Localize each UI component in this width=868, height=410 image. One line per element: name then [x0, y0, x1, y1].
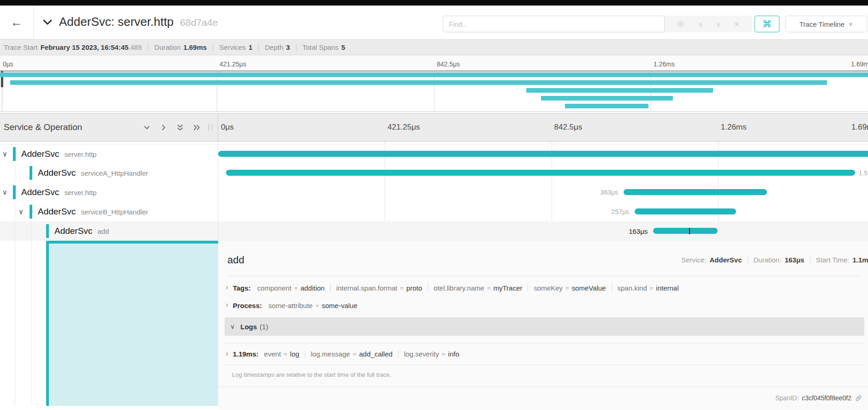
summary-value: AdderSvc	[709, 256, 742, 264]
summary-label: Service:	[681, 256, 706, 264]
divider	[748, 256, 748, 264]
span-name-cell[interactable]: AdderSvcserviceA_HttpHandler	[0, 163, 218, 183]
logs-label: Logs	[240, 323, 257, 331]
span-bar-cell[interactable]	[218, 144, 868, 164]
tag-key: component	[257, 284, 291, 292]
span-name-cell[interactable]: ∨AdderSvcserver.http	[0, 183, 218, 202]
span-bar-cell[interactable]: 363μs	[218, 183, 868, 202]
process-row[interactable]: ›Process:some-attribute=some-value	[225, 298, 357, 312]
tag-key: log.severity	[404, 350, 439, 358]
span-detail-section: add Service:AdderSvcDuration:163μsStart …	[0, 241, 868, 410]
span-duration-bar[interactable]	[624, 189, 767, 195]
indent-guide	[15, 221, 15, 241]
span-name: AdderSvcserviceA_HttpHandler	[38, 163, 148, 183]
trace-collapse-toggle[interactable]	[42, 18, 54, 27]
meta-label: Trace Start	[4, 43, 38, 51]
kv-section-label: Process:	[233, 302, 262, 309]
service-name: AdderSvc	[38, 168, 76, 178]
column-resizer-handle[interactable]	[208, 124, 212, 131]
span-name-cell[interactable]: ∨AdderSvcserviceB_HttpHandler	[0, 202, 218, 221]
find-input[interactable]	[443, 16, 665, 32]
logs-accordion-header[interactable]: ∨ Logs (1)	[225, 317, 864, 336]
indent-guide	[15, 202, 15, 221]
span-name-cell[interactable]: ∨AdderSvcserver.http	[0, 144, 218, 164]
span-row[interactable]: AdderSvcserviceA_HttpHandler1.5	[0, 163, 868, 183]
meta-label: Total Spans	[303, 43, 339, 51]
span-row[interactable]: ∨AdderSvcserviceB_HttpHandler257μs	[0, 202, 868, 221]
indent-guide	[31, 241, 32, 406]
divider	[330, 284, 331, 291]
prev-match-icon[interactable]: ∧	[698, 21, 703, 28]
tags-row[interactable]: ›Tags:component=additioninternal.span.fo…	[225, 281, 679, 295]
command-icon: ⌘	[762, 18, 772, 30]
span-duration-bar[interactable]	[635, 208, 736, 214]
span-row[interactable]: ∨AdderSvcserver.http363μs	[0, 183, 868, 202]
expand-chevron-icon: ›	[226, 300, 228, 309]
service-name: AdderSvc	[21, 187, 59, 197]
chevron-down-icon: ∨	[230, 323, 235, 330]
span-name-cell[interactable]: AdderSvcadd	[0, 221, 218, 241]
log-event-marker[interactable]	[689, 228, 690, 234]
chevron-down-icon: ∨	[849, 21, 853, 27]
span-detail-title: add	[227, 254, 244, 266]
view-switcher-dropdown[interactable]: Trace Timeline ∨	[785, 16, 867, 32]
tag-value: addition	[300, 284, 325, 292]
span-duration-label: 163μs	[629, 221, 648, 241]
meta-value-suffix: .485	[129, 43, 142, 51]
keyboard-shortcuts-button[interactable]: ⌘	[755, 16, 779, 32]
tag-value: internal	[656, 284, 678, 292]
back-button[interactable]: ←	[0, 6, 34, 39]
equals-sign: =	[400, 285, 404, 291]
span-bar-cell[interactable]: 1.5	[218, 163, 868, 183]
meta-label: Depth	[265, 43, 283, 51]
span-bar-cell[interactable]: 257μs	[218, 202, 868, 221]
span-id-row: SpanID: c3cf045f0f8ee0f2	[775, 392, 862, 404]
log-entry-row[interactable]: ›1.19ms:event=loglog.message=add_calledl…	[225, 343, 864, 365]
next-match-icon[interactable]: ∨	[716, 21, 721, 28]
link-icon[interactable]	[855, 394, 862, 402]
equals-sign: =	[284, 351, 287, 357]
log-timestamp: 1.19ms:	[233, 350, 259, 358]
span-row[interactable]: AdderSvcadd163μs	[0, 221, 868, 241]
expand-one-icon[interactable]	[160, 124, 167, 131]
trace-id: 68d7a4e	[180, 17, 218, 28]
span-duration-bar[interactable]	[218, 151, 868, 157]
expand-all-icon[interactable]	[193, 124, 201, 131]
equals-sign: =	[650, 285, 654, 291]
span-duration-bar[interactable]	[226, 170, 855, 176]
locate-icon[interactable]	[677, 20, 685, 28]
operation-name: add	[97, 227, 109, 235]
chevron-down-icon[interactable]: ∨	[2, 188, 11, 196]
span-summary: Service:AdderSvcDuration:163μsStart Time…	[681, 256, 868, 264]
chevron-down-icon	[42, 19, 53, 25]
timeline-tick-label: 842.5μs	[554, 123, 583, 132]
collapse-one-icon[interactable]	[143, 124, 151, 131]
top-black-bar	[0, 0, 868, 6]
page-header: ← AdderSvc: server.http 68d7a4e ∧ ∨ ✕ ⌘ …	[0, 6, 868, 39]
summary-value: 1.1ms	[852, 256, 868, 264]
clear-search-icon[interactable]: ✕	[734, 21, 740, 28]
timeline-tick-label: 421.25μs	[387, 123, 420, 132]
page-title: AdderSvc: server.http 68d7a4e	[59, 15, 218, 31]
span-rows-list: ∨AdderSvcserver.httpAdderSvcserviceA_Htt…	[0, 144, 868, 241]
span-row[interactable]: ∨AdderSvcserver.http	[0, 144, 868, 163]
equals-sign: =	[315, 302, 319, 309]
log-timestamps-note: Log timestamps are relative to the start…	[232, 371, 391, 378]
span-color-accent	[30, 205, 32, 219]
tag-key: span.kind	[618, 284, 647, 292]
minimap-tick-label: 1.26ms	[654, 60, 675, 68]
span-duration-bar[interactable]	[653, 228, 718, 234]
chevron-down-icon[interactable]: ∨	[18, 208, 27, 216]
collapse-all-icon[interactable]	[176, 124, 184, 131]
minimap-tick-labels: 0μs421.25μs842.5μs1.26ms1.69ms	[0, 60, 868, 69]
span-bar-cell[interactable]: 163μs	[218, 221, 868, 241]
minimap-span-bar	[565, 104, 649, 108]
divider	[305, 351, 305, 358]
trace-minimap: 0μs421.25μs842.5μs1.26ms1.69ms	[0, 55, 868, 113]
divider	[428, 284, 428, 291]
summary-label: Start Time:	[816, 256, 850, 264]
meta-label: Duration	[155, 43, 181, 51]
minimap-graph[interactable]	[0, 71, 868, 112]
chevron-down-icon[interactable]: ∨	[2, 150, 11, 158]
span-color-accent	[30, 166, 32, 180]
